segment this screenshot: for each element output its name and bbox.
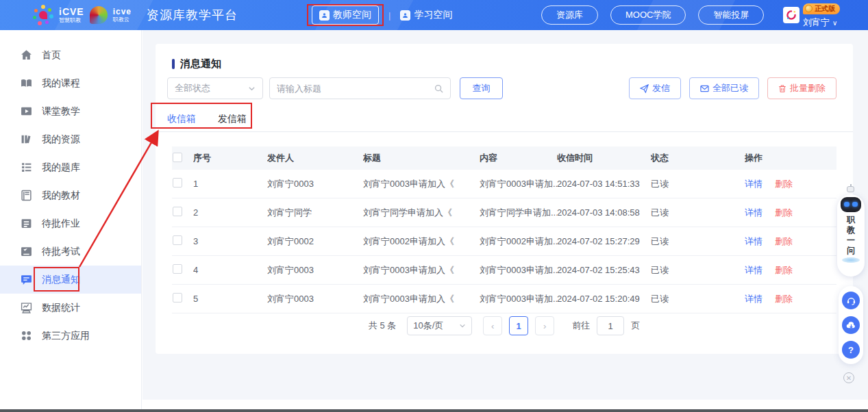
paper-plane-icon: [640, 84, 649, 93]
sidebar-item-my-courses[interactable]: 我的课程: [0, 69, 141, 97]
assistant-label: 职教一问: [846, 215, 856, 256]
status-select[interactable]: 全部状态: [167, 77, 263, 99]
detail-link[interactable]: 详情: [745, 235, 762, 248]
cell-sender: 刘宵宁0003: [267, 264, 363, 276]
robot-face-icon: [841, 197, 861, 212]
delete-link[interactable]: 删除: [775, 264, 793, 276]
download-button[interactable]: [842, 316, 860, 334]
user-block[interactable]: 正式版 刘宵宁 ∨: [803, 3, 840, 29]
sidebar-item-message-notification[interactable]: 消息通知: [0, 266, 141, 294]
pagination: 共 5 条 10条/页 ‹ 1 › 前往 页: [156, 316, 853, 335]
header-operations: 操作: [745, 152, 836, 164]
table-row: 2 刘宵宁同学 刘宵宁同学申请加入《 刘宵宁同学申请加... 2024-07-0…: [172, 198, 836, 227]
trash-icon: [778, 84, 786, 93]
select-all-checkbox[interactable]: [173, 153, 182, 162]
row-checkbox[interactable]: [173, 207, 182, 216]
cell-content: 刘宵宁0003申请加...: [480, 178, 557, 190]
header-time: 收信时间: [557, 152, 651, 164]
cell-status: 已读: [651, 178, 745, 190]
send-message-button[interactable]: 发信: [629, 77, 681, 99]
sidebar-item-exams-to-grade[interactable]: 待批考试: [0, 237, 141, 266]
app-window: iCVE 智慧职教 icve 职教云 资源库教学平台 教师空间 |: [0, 0, 868, 412]
delete-link[interactable]: 删除: [775, 293, 793, 305]
page-number-1[interactable]: 1: [509, 316, 528, 335]
header-title: 标题: [363, 152, 480, 164]
detail-link[interactable]: 详情: [745, 264, 762, 276]
row-checkbox[interactable]: [173, 264, 182, 274]
nav-separator: |: [388, 10, 390, 21]
mark-all-read-button[interactable]: 全部已读: [689, 77, 759, 99]
platform-title: 资源库教学平台: [147, 7, 238, 23]
sidebar-item-data-statistics[interactable]: 数据统计: [0, 294, 141, 322]
hologram-base-icon: [842, 257, 860, 263]
help-button[interactable]: ?: [842, 341, 860, 359]
search-input[interactable]: [277, 83, 434, 94]
query-button[interactable]: 查询: [460, 77, 503, 99]
sidebar-item-home[interactable]: 首页: [0, 41, 141, 69]
chevron-down-icon: [248, 85, 256, 92]
help-toolbar: ?: [839, 286, 863, 364]
mailbox-tabs: 收信箱 发信箱: [167, 113, 247, 132]
medal-icon: [805, 5, 813, 12]
row-checkbox[interactable]: [173, 235, 182, 245]
header-no: 序号: [193, 152, 267, 164]
delete-link[interactable]: 删除: [775, 207, 793, 219]
brand-text-secondary: icve 职教云: [113, 8, 132, 23]
customer-service-button[interactable]: [842, 292, 860, 309]
search-icon[interactable]: [434, 84, 443, 93]
sidebar-item-third-party-apps[interactable]: 第三方应用: [0, 322, 141, 350]
resource-library-button[interactable]: 资源库: [541, 5, 598, 25]
row-checkbox[interactable]: [173, 178, 182, 188]
brand-text-primary: iCVE 智慧职教: [59, 7, 84, 23]
goto-label: 前往: [572, 320, 590, 332]
home-icon: [21, 49, 32, 61]
sidebar-item-homework-to-grade[interactable]: 待批作业: [0, 209, 141, 237]
close-toolbar-icon[interactable]: ✕: [843, 372, 854, 383]
sidebar-item-textbooks[interactable]: 我的教材: [0, 181, 141, 209]
total-count: 共 5 条: [369, 320, 396, 332]
learning-space-icon: [400, 10, 410, 21]
message-table: 序号 发件人 标题 内容 收信时间 状态 操作 1 刘宵宁0003 刘宵宁000…: [172, 146, 836, 313]
statistics-icon: [21, 302, 32, 313]
sidebar-item-my-resources[interactable]: 我的资源: [0, 125, 141, 153]
nav-teacher-space[interactable]: 教师空间: [312, 5, 379, 25]
courses-icon: [21, 77, 32, 89]
cell-content: 刘宵宁0003申请加...: [480, 264, 557, 276]
page-title: 消息通知: [172, 57, 836, 70]
delete-link[interactable]: 删除: [775, 235, 793, 248]
question-bank-icon: [21, 162, 32, 173]
sidebar-item-question-bank[interactable]: 我的题库: [0, 153, 141, 181]
table-body: 1 刘宵宁0003 刘宵宁0003申请加入《 刘宵宁0003申请加... 202…: [172, 170, 836, 313]
ai-assistant-widget[interactable]: 职教一问: [837, 194, 865, 276]
mooc-college-button[interactable]: MOOC学院: [610, 5, 686, 25]
table-row: 4 刘宵宁0003 刘宵宁0003申请加入《 刘宵宁0003申请加... 202…: [172, 256, 836, 285]
cloud-download-icon: [846, 320, 856, 331]
avatar[interactable]: [783, 7, 799, 23]
sidebar-item-classroom-teaching[interactable]: 课堂教学: [0, 97, 141, 125]
prev-page-button[interactable]: ‹: [483, 316, 502, 335]
cell-time: 2024-07-02 15:25:43: [557, 265, 651, 275]
cell-status: 已读: [651, 207, 745, 219]
header-sender: 发件人: [267, 152, 363, 164]
goto-page-input[interactable]: [597, 316, 624, 335]
nav-learning-space[interactable]: 学习空间: [400, 9, 452, 21]
smart-casting-button[interactable]: 智能投屏: [698, 5, 764, 25]
cell-content: 刘宵宁0003申请加...: [480, 293, 557, 305]
detail-link[interactable]: 详情: [745, 293, 762, 305]
row-checkbox[interactable]: [173, 293, 182, 302]
cell-time: 2024-07-02 15:20:49: [557, 294, 651, 304]
page-size-select[interactable]: 10条/页: [407, 316, 472, 335]
detail-link[interactable]: 详情: [745, 207, 762, 219]
table-row: 1 刘宵宁0003 刘宵宁0003申请加入《 刘宵宁0003申请加... 202…: [172, 170, 836, 198]
delete-link[interactable]: 删除: [775, 178, 793, 190]
cell-status: 已读: [651, 235, 745, 248]
cell-content: 刘宵宁同学申请加...: [480, 207, 557, 219]
next-page-button[interactable]: ›: [535, 316, 554, 335]
detail-link[interactable]: 详情: [745, 178, 762, 190]
tab-inbox[interactable]: 收信箱: [167, 113, 196, 132]
batch-delete-button[interactable]: 批量删除: [767, 77, 836, 99]
message-card: 消息通知 全部状态 查询 发信: [156, 44, 853, 354]
cell-index: 2: [193, 207, 267, 218]
tab-outbox[interactable]: 发信箱: [218, 113, 247, 132]
cell-index: 4: [193, 265, 267, 275]
